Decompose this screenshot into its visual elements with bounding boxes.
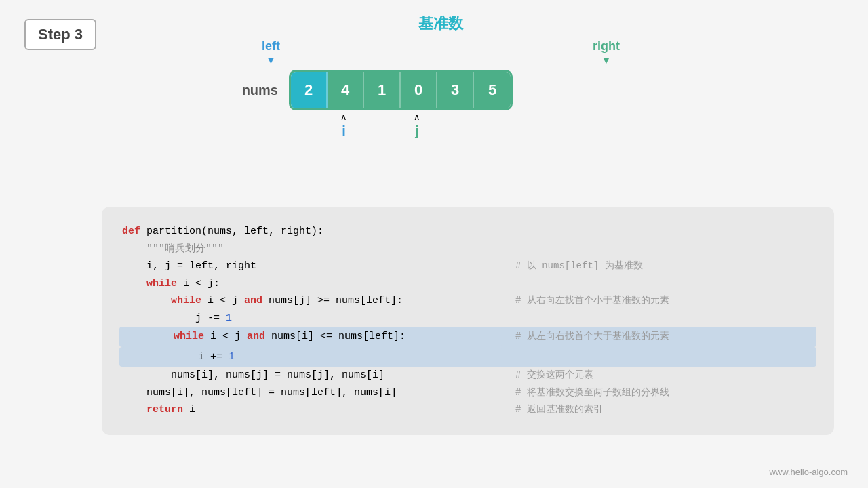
array-cell-0: 2: [291, 72, 328, 108]
code-comment-8: # 交换这两个元素: [502, 367, 814, 384]
watermark: www.hello-algo.com: [769, 467, 848, 477]
code-line-1: """哨兵划分""": [122, 241, 814, 258]
code-text-10: return i: [122, 401, 502, 419]
i-label: i: [342, 123, 346, 139]
code-block: def partition(nums, left, right): """哨兵划…: [102, 207, 834, 435]
code-line-3: while i < j:: [122, 275, 814, 293]
pointers-row: left ▼ right ▼: [237, 39, 644, 66]
left-pointer-label: left: [262, 39, 280, 54]
code-text-3: while i < j:: [122, 275, 502, 293]
i-arrow-up: ∧: [340, 112, 347, 122]
right-pointer-label: right: [593, 39, 620, 54]
step-badge: Step 3: [24, 19, 96, 50]
array-cell-4: 3: [437, 72, 474, 108]
code-text-9: nums[i], nums[left] = nums[left], nums[i…: [122, 384, 502, 402]
code-line-6: while i < j and nums[i] <= nums[left]:# …: [119, 327, 816, 347]
pointer-j: ∧j: [399, 112, 435, 139]
ij-spacer-0: [289, 112, 326, 139]
code-comment-9: # 将基准数交换至两子数组的分界线: [502, 385, 814, 401]
code-text-0: def partition(nums, left, right):: [122, 223, 502, 241]
array-cell-1: 4: [328, 72, 364, 108]
ij-spacer-5: [472, 112, 509, 139]
array-cell-5: 5: [474, 72, 511, 108]
ij-spacer-4: [435, 112, 472, 139]
array-container: 241035: [289, 70, 513, 110]
code-text-2: i, j = left, right: [122, 258, 502, 275]
code-text-4: while i < j and nums[j] >= nums[left]:: [122, 292, 502, 310]
j-label: j: [415, 123, 419, 139]
code-line-2: i, j = left, right# 以 nums[left] 为基准数: [122, 258, 814, 275]
code-comment-10: # 返回基准数的索引: [502, 402, 814, 418]
left-pointer: left ▼: [262, 39, 280, 66]
ij-row: ∧i∧j: [237, 112, 644, 139]
array-cell-3: 0: [401, 72, 437, 108]
j-arrow-up: ∧: [414, 112, 420, 122]
code-line-4: while i < j and nums[j] >= nums[left]:# …: [122, 292, 814, 310]
nums-label: nums: [237, 83, 278, 98]
code-text-1: """哨兵划分""": [122, 241, 502, 258]
array-cell-2: 1: [364, 72, 401, 108]
code-comment-6: # 从左向右找首个大于基准数的元素: [502, 329, 814, 345]
code-text-5: j -= 1: [122, 310, 502, 327]
code-text-8: nums[i], nums[j] = nums[j], nums[i]: [122, 367, 502, 384]
code-line-5: j -= 1: [122, 310, 814, 327]
visualization-area: 基准数 left ▼ right ▼ nums 241035 ∧i∧j: [237, 14, 644, 139]
right-arrow-down: ▼: [601, 55, 611, 66]
code-comment-2: # 以 nums[left] 为基准数: [502, 258, 814, 274]
code-comment-4: # 从右向左找首个小于基准数的元素: [502, 293, 814, 309]
pivot-label: 基准数: [237, 14, 644, 34]
pointer-i: ∧i: [326, 112, 362, 139]
ij-spacer-2: [362, 112, 399, 139]
code-line-10: return i# 返回基准数的索引: [122, 401, 814, 419]
array-row: nums 241035: [237, 70, 644, 110]
code-line-0: def partition(nums, left, right):: [122, 223, 814, 241]
code-line-8: nums[i], nums[j] = nums[j], nums[i]# 交换这…: [122, 367, 814, 384]
right-pointer: right ▼: [593, 39, 620, 66]
left-arrow-down: ▼: [267, 55, 276, 66]
code-line-9: nums[i], nums[left] = nums[left], nums[i…: [122, 384, 814, 402]
code-text-7: i += 1: [122, 347, 502, 367]
code-text-6: while i < j and nums[i] <= nums[left]:: [122, 327, 502, 347]
code-line-7: i += 1: [119, 347, 816, 367]
